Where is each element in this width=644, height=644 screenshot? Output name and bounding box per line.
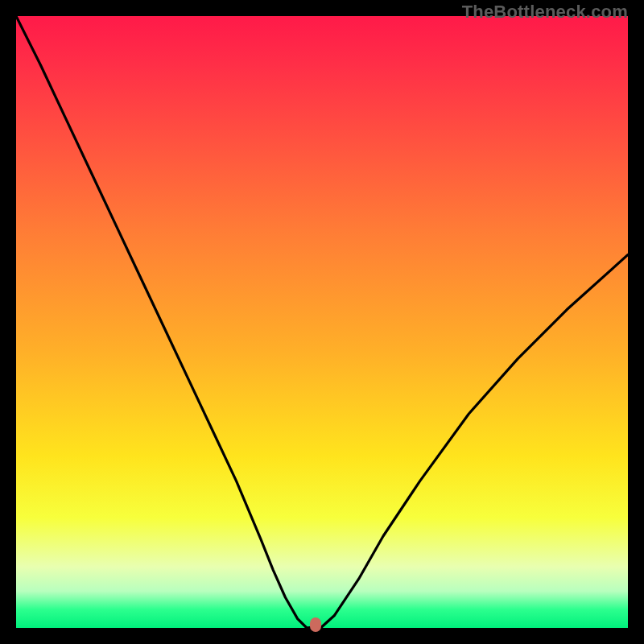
optimal-point-marker [310,617,321,632]
curve-svg [16,16,628,628]
plot-area [16,16,628,628]
watermark-text: TheBottleneck.com [462,2,628,23]
bottleneck-curve [16,16,628,628]
chart-frame: TheBottleneck.com [0,0,644,644]
